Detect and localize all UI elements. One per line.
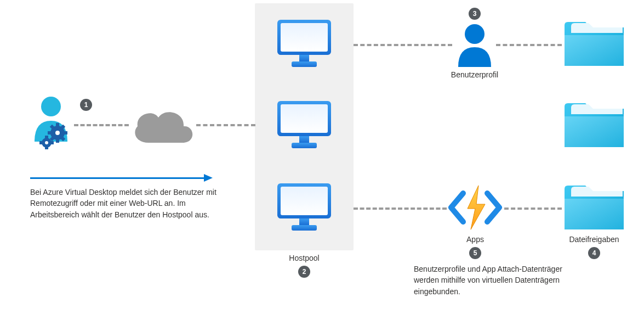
svg-point-2 xyxy=(55,131,60,135)
hostpool-monitor-middle xyxy=(274,98,334,153)
connector-userprofile-folder xyxy=(496,44,562,46)
cloud-icon xyxy=(128,104,198,148)
svg-rect-5 xyxy=(48,131,52,134)
description-right: Benutzerprofile und App Attach-Datenträg… xyxy=(414,263,589,297)
connector-host-top-userprofile xyxy=(354,44,452,46)
badge-5: 5 xyxy=(469,247,481,259)
svg-rect-3 xyxy=(56,123,59,127)
description-left: Bei Azure Virtual Desktop meldet sich de… xyxy=(30,187,219,220)
svg-rect-28 xyxy=(292,225,317,231)
svg-rect-26 xyxy=(281,187,328,215)
diagram-stage: 1 Hostpool 2 xyxy=(0,0,644,314)
svg-rect-4 xyxy=(56,138,59,143)
svg-rect-6 xyxy=(63,131,67,134)
svg-rect-14 xyxy=(45,147,48,149)
badge-3: 3 xyxy=(469,8,481,20)
flow-arrow-head xyxy=(204,174,213,182)
svg-rect-24 xyxy=(292,143,317,148)
fileshare-folder-middle xyxy=(561,98,627,153)
flow-arrow-line xyxy=(30,177,204,179)
svg-point-0 xyxy=(41,97,61,116)
fileshare-folder-top xyxy=(561,16,627,71)
svg-rect-19 xyxy=(299,55,309,61)
svg-rect-20 xyxy=(292,61,317,67)
connector-user-cloud xyxy=(74,124,129,126)
svg-point-29 xyxy=(465,24,485,44)
svg-point-12 xyxy=(45,141,48,144)
connector-host-bottom-apps xyxy=(354,208,447,210)
svg-rect-18 xyxy=(281,23,328,52)
connector-apps-folder xyxy=(504,208,562,210)
badge-2: 2 xyxy=(298,266,310,278)
badge-4: 4 xyxy=(588,247,600,259)
hostpool-monitor-bottom xyxy=(274,180,334,235)
fileshare-folder-bottom xyxy=(561,180,627,235)
hostpool-label: Hostpool xyxy=(255,254,354,262)
apps-label: Apps xyxy=(447,235,504,244)
badge-1: 1 xyxy=(80,99,92,111)
user-profile-label: Benutzerprofil xyxy=(438,70,511,79)
svg-rect-23 xyxy=(299,136,309,143)
svg-rect-13 xyxy=(45,136,48,139)
user-profile-icon xyxy=(454,22,495,69)
svg-rect-27 xyxy=(299,218,309,225)
svg-rect-15 xyxy=(39,141,43,144)
fileshares-label: Dateifreigaben xyxy=(558,235,630,244)
svg-rect-22 xyxy=(281,104,328,133)
user-admin-icon xyxy=(30,94,77,149)
hostpool-monitor-top xyxy=(274,16,334,71)
svg-rect-16 xyxy=(50,141,54,144)
connector-cloud-hostpool xyxy=(196,124,255,126)
apps-icon xyxy=(447,182,504,233)
